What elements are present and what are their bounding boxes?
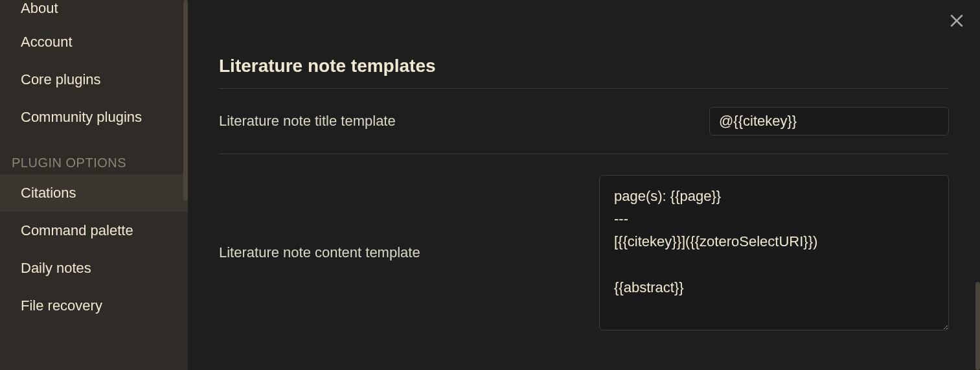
sidebar-item-file-recovery[interactable]: File recovery — [0, 287, 188, 325]
sidebar-item-account[interactable]: Account — [0, 23, 188, 61]
sidebar-item-label: About — [21, 0, 58, 16]
sidebar-item-label: File recovery — [21, 297, 102, 314]
sidebar-item-label: Core plugins — [21, 71, 101, 87]
sidebar-item-label: Account — [21, 34, 73, 50]
content-template-textarea[interactable] — [599, 175, 949, 330]
settings-sidebar: About Account Core plugins Community plu… — [0, 0, 188, 370]
sidebar-item-label: Command palette — [21, 222, 133, 238]
sidebar-section-header: PLUGIN OPTIONS — [0, 136, 188, 174]
setting-label: Literature note title template — [219, 113, 396, 130]
sidebar-item-community-plugins[interactable]: Community plugins — [0, 98, 188, 136]
section-title: Literature note templates — [219, 56, 949, 76]
sidebar-item-daily-notes[interactable]: Daily notes — [0, 249, 188, 287]
main-scrollbar-thumb[interactable] — [975, 282, 980, 370]
close-button[interactable] — [945, 9, 968, 32]
setting-row-title-template: Literature note title template — [219, 89, 949, 154]
setting-row-content-template: Literature note content template — [219, 154, 949, 351]
sidebar-item-label: Daily notes — [21, 260, 91, 276]
sidebar-item-citations[interactable]: Citations — [0, 174, 188, 212]
sidebar-item-core-plugins[interactable]: Core plugins — [0, 61, 188, 98]
close-icon — [948, 12, 965, 29]
settings-main-panel: Literature note templates Literature not… — [188, 0, 980, 370]
sidebar-item-about[interactable]: About — [0, 0, 188, 23]
sidebar-item-label: Community plugins — [21, 109, 142, 125]
setting-label: Literature note content template — [219, 244, 420, 261]
sidebar-item-label: Citations — [21, 185, 76, 201]
sidebar-item-command-palette[interactable]: Command palette — [0, 212, 188, 249]
sidebar-scrollbar-thumb[interactable] — [183, 0, 188, 201]
title-template-input[interactable] — [709, 107, 949, 135]
